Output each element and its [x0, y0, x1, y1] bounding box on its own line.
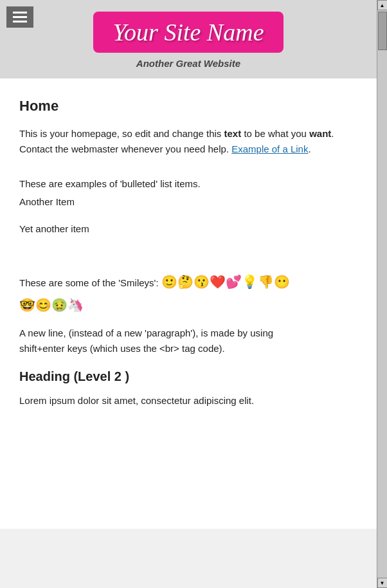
- list-item-1: Another Item: [19, 194, 357, 210]
- br-text-line2: shift+enter keys (which uses the <br> ta…: [19, 343, 225, 354]
- intro-text-before-bold: This is your homepage, so edit and chang…: [19, 128, 224, 139]
- smileys-emoji-row2: 🤓😊🤢🦄: [19, 298, 84, 312]
- list-item-2: Yet another item: [19, 221, 357, 237]
- example-link[interactable]: Example of a Link: [231, 143, 308, 154]
- scroll-up-button[interactable]: ▲: [377, 0, 388, 10]
- spacer3: [19, 239, 357, 248]
- spacer4: [19, 248, 357, 257]
- intro-paragraph: This is your homepage, so edit and chang…: [19, 126, 357, 157]
- list-intro: These are examples of 'bulleted' list it…: [19, 176, 357, 192]
- menu-button[interactable]: [6, 6, 33, 28]
- smileys-line1: These are some of the 'Smileys': 🙂🤔😗❤️💕💡…: [19, 270, 357, 293]
- scrollbar[interactable]: ▲ ▼: [377, 0, 387, 588]
- spacer2: [19, 212, 357, 221]
- spacer1: [19, 167, 357, 176]
- scroll-down-button[interactable]: ▼: [377, 578, 388, 588]
- scroll-thumb[interactable]: [378, 12, 387, 50]
- want-bold: want: [309, 128, 331, 139]
- page-wrapper: Your Site Name Another Great Website Hom…: [0, 0, 377, 529]
- smileys-label: These are some of the 'Smileys':: [19, 277, 161, 288]
- smileys-section: These are some of the 'Smileys': 🙂🤔😗❤️💕💡…: [19, 270, 357, 317]
- intro-text-after-bold: to be what you: [241, 128, 309, 139]
- site-header: Your Site Name Another Great Website: [0, 0, 377, 78]
- menu-icon-line2: [13, 16, 27, 18]
- br-explanation: A new line, (instead of a new 'paragraph…: [19, 326, 357, 356]
- site-title-banner: Your Site Name: [93, 12, 283, 53]
- menu-icon-line1: [13, 12, 27, 14]
- site-subtitle: Another Great Website: [136, 58, 240, 69]
- smileys-line2: 🤓😊🤢🦄: [19, 293, 357, 317]
- menu-icon-line3: [13, 21, 27, 23]
- lorem-text: Lorem ipsum dolor sit amet, consectetur …: [19, 393, 357, 409]
- site-title: Your Site Name: [113, 19, 264, 46]
- home-heading: Home: [19, 98, 357, 115]
- link-period: .: [308, 143, 310, 154]
- br-text-line1: A new line, (instead of a new 'paragraph…: [19, 327, 273, 338]
- h2-heading: Heading (Level 2 ): [19, 369, 357, 384]
- main-content: Home This is your homepage, so edit and …: [0, 78, 377, 529]
- smileys-emoji-row1: 🙂🤔😗❤️💕💡👎😶: [161, 275, 290, 289]
- text-bold: text: [224, 128, 242, 139]
